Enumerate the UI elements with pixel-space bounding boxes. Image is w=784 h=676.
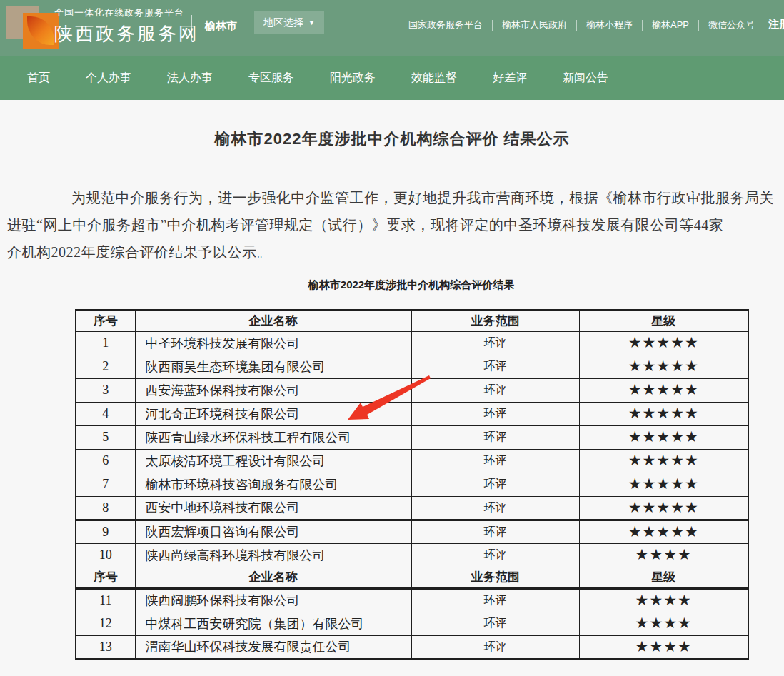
column-header: 星级 bbox=[579, 310, 748, 331]
main-nav: 首页个人办事法人办事专区服务阳光政务效能监督好差评新闻公告 bbox=[0, 56, 784, 100]
row-number: 8 bbox=[76, 496, 135, 520]
company-name: 陕西雨昊生态环境集团有限公司 bbox=[135, 355, 411, 378]
table-row: 13渭南华山环保科技发展有限责任公司环评★★★★ bbox=[76, 635, 748, 659]
announcement-paragraph: 为规范中介服务行为，进一步强化中介监管工作，更好地提升我市营商环境，根据《榆林市… bbox=[7, 184, 784, 266]
star-rating: ★★★★★ bbox=[579, 449, 748, 473]
results-table-body: 序号企业名称业务范围星级1中圣环境科技发展有限公司环评★★★★★2陕西雨昊生态环… bbox=[76, 310, 748, 659]
star-rating: ★★★★ bbox=[579, 612, 748, 635]
page-title: 榆林市2022年度涉批中介机构综合评价 结果公示 bbox=[0, 128, 784, 150]
business-scope: 环评 bbox=[411, 402, 579, 425]
table-row: 5陕西青山绿水环保科技工程有限公司环评★★★★★ bbox=[76, 425, 748, 449]
business-scope: 环评 bbox=[411, 378, 579, 402]
star-rating: ★★★★★ bbox=[579, 520, 748, 543]
column-header: 序号 bbox=[76, 310, 135, 331]
business-scope: 环评 bbox=[411, 520, 579, 543]
table-row: 1中圣环境科技发展有限公司环评★★★★★ bbox=[76, 331, 748, 355]
paragraph-line: 进驻“网上中介服务超市”中介机构考评管理规定（试行）》要求，现将评定的中圣环境科… bbox=[7, 211, 784, 238]
row-number: 6 bbox=[76, 449, 135, 473]
table-row: 9陕西宏辉项目咨询有限公司环评★★★★★ bbox=[76, 520, 748, 543]
star-rating: ★★★★ bbox=[579, 588, 748, 612]
row-number: 12 bbox=[76, 612, 135, 635]
column-header: 序号 bbox=[76, 567, 135, 588]
nav-item-0[interactable]: 首页 bbox=[27, 71, 50, 86]
table-row: 3西安海蓝环保科技有限公司环评★★★★★ bbox=[76, 378, 748, 402]
star-rating: ★★★★★ bbox=[579, 425, 748, 449]
header-link-3[interactable]: 榆林APP bbox=[652, 17, 689, 33]
nav-item-7[interactable]: 新闻公告 bbox=[563, 71, 608, 86]
header-quick-links: 国家政务服务平台榆林市人民政府榆林小程序榆林APP微信公众号 bbox=[408, 17, 755, 33]
leaf-icon bbox=[27, 16, 54, 45]
company-name: 西安海蓝环保科技有限公司 bbox=[135, 378, 411, 402]
announcement-page: 榆林市2022年度涉批中介机构综合评价 结果公示 为规范中介服务行为，进一步强化… bbox=[0, 100, 784, 676]
header-divider bbox=[191, 15, 192, 41]
company-name: 太原核清环境工程设计有限公司 bbox=[135, 449, 411, 473]
link-separator bbox=[492, 20, 493, 31]
header-link-1[interactable]: 榆林市人民政府 bbox=[502, 17, 567, 33]
column-header: 业务范围 bbox=[411, 567, 579, 588]
site-header: 全国一体化在线政务服务平台 陕西政务服务网 榆林市 地区选择 ▼ 国家政务服务平… bbox=[0, 0, 784, 56]
row-number: 7 bbox=[76, 473, 135, 496]
company-name: 陕西宏辉项目咨询有限公司 bbox=[135, 520, 411, 543]
row-number: 13 bbox=[76, 635, 135, 659]
table-header-row: 序号企业名称业务范围星级 bbox=[76, 310, 748, 331]
platform-label: 全国一体化在线政务服务平台 bbox=[54, 6, 199, 19]
business-scope: 环评 bbox=[411, 331, 579, 355]
row-number: 9 bbox=[76, 520, 135, 543]
row-number: 10 bbox=[76, 543, 135, 567]
row-number: 2 bbox=[76, 355, 135, 378]
business-scope: 环评 bbox=[411, 473, 579, 496]
results-table: 序号企业名称业务范围星级1中圣环境科技发展有限公司环评★★★★★2陕西雨昊生态环… bbox=[75, 309, 749, 660]
row-number: 4 bbox=[76, 402, 135, 425]
nav-item-1[interactable]: 个人办事 bbox=[86, 71, 131, 86]
business-scope: 环评 bbox=[411, 355, 579, 378]
company-name: 陕西尚绿高科环境科技有限公司 bbox=[135, 543, 411, 567]
company-name: 中圣环境科技发展有限公司 bbox=[135, 331, 411, 355]
row-number: 1 bbox=[76, 331, 135, 355]
company-name: 陕西阔鹏环保科技有限公司 bbox=[135, 588, 411, 612]
site-logo[interactable] bbox=[6, 4, 57, 51]
region-selector-button[interactable]: 地区选择 ▼ bbox=[254, 11, 324, 34]
site-name: 陕西政务服务网 bbox=[54, 21, 199, 46]
table-row: 12中煤科工西安研究院（集团）有限公司环评★★★★ bbox=[76, 612, 748, 635]
paragraph-line: 为规范中介服务行为，进一步强化中介监管工作，更好地提升我市营商环境，根据《榆林市… bbox=[7, 184, 784, 211]
business-scope: 环评 bbox=[411, 449, 579, 473]
link-separator bbox=[698, 20, 699, 31]
star-rating: ★★★★★ bbox=[579, 402, 748, 425]
row-number: 11 bbox=[76, 588, 135, 612]
column-header: 企业名称 bbox=[135, 310, 411, 331]
column-header: 企业名称 bbox=[135, 567, 411, 588]
site-titles: 全国一体化在线政务服务平台 陕西政务服务网 bbox=[54, 6, 199, 46]
star-rating: ★★★★★ bbox=[579, 473, 748, 496]
row-number: 3 bbox=[76, 378, 135, 402]
star-rating: ★★★★ bbox=[579, 543, 748, 567]
star-rating: ★★★★ bbox=[579, 635, 748, 659]
table-row: 11陕西阔鹏环保科技有限公司环评★★★★ bbox=[76, 588, 748, 612]
header-link-0[interactable]: 国家政务服务平台 bbox=[408, 17, 483, 33]
star-rating: ★★★★★ bbox=[579, 378, 748, 402]
nav-item-3[interactable]: 专区服务 bbox=[248, 71, 294, 86]
region-selector-label: 地区选择 bbox=[263, 16, 303, 29]
table-row: 4河北奇正环境科技有限公司环评★★★★★ bbox=[76, 402, 748, 425]
business-scope: 环评 bbox=[411, 612, 579, 635]
company-name: 中煤科工西安研究院（集团）有限公司 bbox=[135, 612, 411, 635]
company-name: 河北奇正环境科技有限公司 bbox=[135, 402, 411, 425]
nav-item-5[interactable]: 效能监督 bbox=[411, 71, 457, 86]
link-separator bbox=[642, 20, 643, 31]
register-link[interactable]: 注册 bbox=[768, 18, 784, 31]
row-number: 5 bbox=[76, 425, 135, 449]
paragraph-line: 介机构2022年度综合评价结果予以公示。 bbox=[7, 238, 784, 266]
nav-item-6[interactable]: 好差评 bbox=[493, 71, 527, 86]
table-row: 6太原核清环境工程设计有限公司环评★★★★★ bbox=[76, 449, 748, 473]
business-scope: 环评 bbox=[411, 425, 579, 449]
column-header: 业务范围 bbox=[411, 310, 579, 331]
nav-item-4[interactable]: 阳光政务 bbox=[330, 71, 376, 86]
company-name: 陕西青山绿水环保科技工程有限公司 bbox=[135, 425, 411, 449]
business-scope: 环评 bbox=[411, 496, 579, 520]
chevron-down-icon: ▼ bbox=[308, 20, 315, 26]
nav-item-2[interactable]: 法人办事 bbox=[167, 71, 213, 86]
results-table-wrap: 序号企业名称业务范围星级1中圣环境科技发展有限公司环评★★★★★2陕西雨昊生态环… bbox=[75, 309, 748, 660]
table-row: 8西安中地环境科技有限公司环评★★★★★ bbox=[76, 496, 748, 520]
column-header: 星级 bbox=[579, 567, 748, 588]
header-link-2[interactable]: 榆林小程序 bbox=[586, 17, 633, 33]
header-link-4[interactable]: 微信公众号 bbox=[708, 17, 755, 33]
